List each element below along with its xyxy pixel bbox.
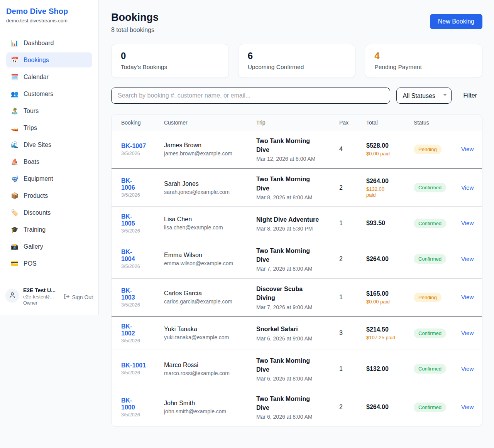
stats-row: 0 Today's Bookings 6 Upcoming Confirmed … [111,44,482,78]
pax-count: 1 [339,207,366,240]
user-email: e2e-tester@... [23,294,60,300]
table-row: BK-1001 3/5/2026 Marco Rossi marco.rossi… [112,350,482,388]
user-meta: E2E Test U... e2e-tester@... Owner [23,287,60,306]
table-row: BK-1003 3/5/2026 Carlos Garcia carlos.ga… [112,278,482,317]
person-icon [9,291,16,300]
total-amount: $264.00 [366,178,411,185]
new-booking-button[interactable]: New Booking [430,14,482,29]
sidebar-item-dashboard[interactable]: 📊 Dashboard [6,35,92,51]
pax-count: 2 [339,240,366,278]
shop-name: Demo Dive Shop [6,7,92,16]
customer-name: Marco Rossi [164,362,253,369]
table-body: BK-1007 3/5/2026 James Brown james.brown… [112,130,482,426]
customer-name: Carlos Garcia [164,290,253,297]
trip-name: Two Tank Morning Dive [256,136,323,154]
trip-name: Two Tank Morning Dive [256,175,323,192]
user-name: E2E Test U... [23,287,60,293]
stat-value: 4 [374,51,473,61]
pax-count: 2 [339,388,366,426]
total-amount: $93.50 [366,220,411,227]
status-badge: Pending [414,145,442,154]
total-amount: $264.00 [366,404,411,411]
tag-icon: 🏷️ [11,209,19,216]
table-row: BK-1007 3/5/2026 James Brown james.brown… [112,130,482,168]
bookings-table: Booking Customer Trip Pax Total Status B… [112,115,482,426]
view-link[interactable]: View [461,294,474,300]
status-select[interactable]: All Statuses [396,88,452,104]
sidebar: Demo Dive Shop demo.test.divestreams.com… [0,0,99,315]
stat-label: Pending Payment [374,64,473,71]
booking-id-link[interactable]: BK-1003 [121,287,140,301]
pax-count: 1 [339,350,366,388]
avatar [5,289,19,303]
view-link[interactable]: View [461,256,474,262]
stat-label: Today's Bookings [121,64,219,71]
customer-name: Sarah Jones [164,180,253,187]
paid-amount: $0.00 paid [366,151,411,157]
total-amount: $132.00 [366,365,411,372]
view-link[interactable]: View [461,146,474,152]
booking-id-link[interactable]: BK-1007 [121,143,146,150]
customer-email: john.smith@example.com [164,408,253,414]
user-role: Owner [23,300,60,306]
table-row: BK-1005 3/5/2026 Lisa Chen lisa.chen@exa… [112,207,482,240]
col-header-customer: Customer [164,115,256,130]
view-link[interactable]: View [461,330,474,336]
stat-label: Upcoming Confirmed [248,64,346,71]
booking-date: 3/5/2026 [121,228,161,234]
sidebar-item-equipment[interactable]: 🤿 Equipment [6,171,92,186]
filter-button[interactable]: Filter [458,89,482,102]
sidebar-item-tours[interactable]: 🏝️ Tours [6,103,92,118]
sign-out-button[interactable]: Sign Out [64,293,93,301]
trip-datetime: Mar 8, 2026 at 5:30 PM [256,226,336,232]
sign-out-label: Sign Out [72,294,93,300]
customer-name: John Smith [164,400,253,407]
spiral-calendar-icon: 🗓️ [11,73,19,81]
sidebar-item-training[interactable]: 🎓 Training [6,222,92,237]
sailboat-icon: ⛵ [11,158,19,165]
trip-name: Two Tank Morning Dive [256,246,323,264]
wave-icon: 🌊 [11,141,19,148]
sidebar-header: Demo Dive Shop demo.test.divestreams.com [0,0,98,29]
status-badge: Confirmed [414,219,446,228]
search-input[interactable] [111,88,390,104]
customer-email: sarah.jones@example.com [164,189,253,195]
stat-value: 0 [121,51,219,61]
status-badge: Confirmed [414,403,446,412]
booking-id-link[interactable]: BK-1006 [121,177,140,191]
total-amount: $214.50 [366,326,411,333]
view-link[interactable]: View [461,404,474,410]
sidebar-item-calendar[interactable]: 🗓️ Calendar [6,69,92,84]
sidebar-item-dive-sites[interactable]: 🌊 Dive Sites [6,137,92,152]
sidebar-item-gallery[interactable]: 📸 Gallery [6,239,92,254]
stat-card-pending-payment: 4 Pending Payment [365,44,482,78]
stat-value: 6 [248,51,346,61]
customer-email: james.brown@example.com [164,150,253,157]
booking-id-link[interactable]: BK-1002 [121,323,140,337]
sidebar-item-boats[interactable]: ⛵ Boats [6,154,92,169]
booking-id-link[interactable]: BK-1000 [121,397,140,411]
sidebar-nav: 📊 Dashboard 📅 Bookings 🗓️ Calendar 👥 Cus… [0,29,98,277]
sidebar-item-pos[interactable]: 💳 POS [6,256,92,271]
view-link[interactable]: View [461,184,474,191]
booking-id-link[interactable]: BK-1004 [121,249,140,263]
sidebar-item-customers[interactable]: 👥 Customers [6,86,92,101]
booking-date: 3/5/2026 [121,192,161,198]
diving-mask-icon: 🤿 [11,175,19,182]
customer-name: Yuki Tanaka [164,326,253,333]
sidebar-item-bookings[interactable]: 📅 Bookings [6,52,92,67]
trip-datetime: Mar 6, 2026 at 8:00 AM [256,414,336,420]
view-link[interactable]: View [461,220,474,226]
booking-id-link[interactable]: BK-1005 [121,213,140,227]
sidebar-item-discounts[interactable]: 🏷️ Discounts [6,205,92,220]
people-icon: 👥 [11,90,19,98]
sign-out-icon [64,293,70,301]
status-badge: Confirmed [414,183,446,192]
view-link[interactable]: View [461,365,474,372]
main-content: Bookings 8 total bookings New Booking 0 … [99,0,494,438]
sidebar-item-trips[interactable]: 🚤 Trips [6,120,92,135]
sidebar-item-products[interactable]: 📦 Products [6,188,92,203]
pax-count: 4 [339,130,366,168]
app-root: Demo Dive Shop demo.test.divestreams.com… [0,0,494,448]
booking-id-link[interactable]: BK-1001 [121,362,146,369]
